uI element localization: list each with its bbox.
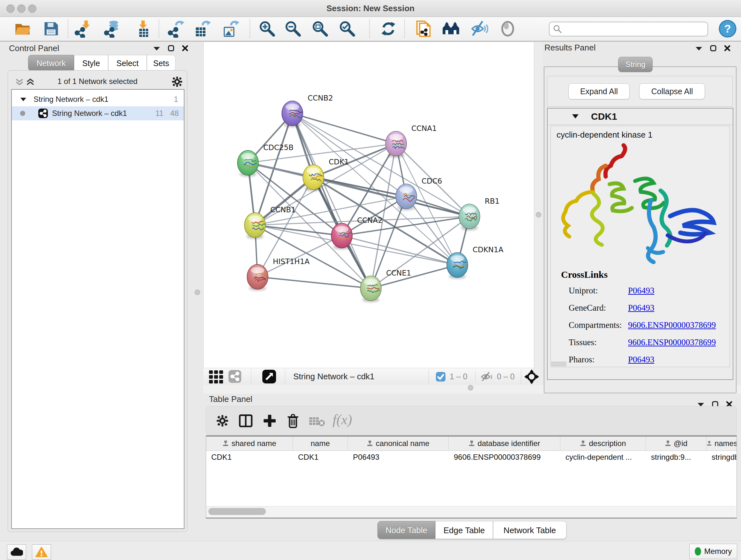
table-column-header[interactable]: @id <box>646 436 706 450</box>
column-header-namespace[interactable]: namespace <box>715 439 737 448</box>
column-header-canonical-name[interactable]: canonical name <box>376 439 429 448</box>
node-CCNB2[interactable] <box>282 101 303 127</box>
panel-menu-icon[interactable] <box>153 46 160 51</box>
cloud-button[interactable] <box>7 544 26 560</box>
table-cell[interactable]: 9606.ENSP00000378699 <box>449 450 560 464</box>
node-CCNA1[interactable] <box>386 131 407 158</box>
crosslink-link[interactable]: 9606.ENSP00000378699 <box>628 337 716 348</box>
show-all-icon[interactable] <box>499 20 517 38</box>
panel-close-icon[interactable] <box>724 45 731 52</box>
hidden-eye-icon[interactable] <box>480 371 494 382</box>
gear-icon[interactable] <box>172 76 183 87</box>
delete-icon[interactable] <box>286 414 299 428</box>
import-network-database-icon[interactable] <box>104 20 121 38</box>
panel-float-icon[interactable] <box>710 45 717 52</box>
node-RB1[interactable] <box>459 204 480 231</box>
tab-network[interactable]: Network <box>28 55 74 71</box>
open-session-icon[interactable] <box>14 20 31 38</box>
import-network-icon[interactable] <box>74 20 92 38</box>
memory-button[interactable]: Memory <box>689 544 737 559</box>
table-cell[interactable]: stringdb:9... <box>646 450 706 464</box>
edge-CCNB2-CCNA1[interactable] <box>292 113 396 144</box>
table-cell[interactable]: P06493 <box>348 450 449 464</box>
columns-icon[interactable] <box>239 414 253 428</box>
column-header--id[interactable]: @id <box>674 439 687 448</box>
grid-view-icon[interactable] <box>208 370 225 384</box>
hide-selected-icon[interactable] <box>470 20 488 38</box>
add-icon[interactable] <box>263 414 276 428</box>
expand-all-button[interactable]: Expand All <box>568 83 630 99</box>
delete-table-icon[interactable] <box>309 416 326 427</box>
network-tree-row[interactable]: String Network – cdk1 11 48 <box>12 106 184 120</box>
panel-close-icon[interactable] <box>182 45 189 52</box>
export-image-icon[interactable] <box>221 20 239 38</box>
tree-collapse-icon[interactable] <box>20 97 26 102</box>
table-column-header[interactable]: canonical name <box>348 436 449 450</box>
save-session-icon[interactable] <box>42 20 60 38</box>
table-cell[interactable]: CDK1 <box>206 450 293 464</box>
crosslink-link[interactable]: 9606.ENSP00000378699 <box>628 320 716 330</box>
table-horizontal-scrollbar[interactable] <box>206 506 736 517</box>
table-cell[interactable]: stringdb <box>706 450 737 464</box>
table-column-header[interactable]: description <box>560 436 646 450</box>
tab-network-table[interactable]: Network Table <box>493 521 566 539</box>
tab-edge-table[interactable]: Edge Table <box>435 521 493 539</box>
network-tree-root-row[interactable]: String Network – cdk1 1 <box>12 92 184 106</box>
edge-CCNA2-HIST1H1A[interactable] <box>258 236 342 277</box>
table-row[interactable]: CDK1CDK1P064939606.ENSP00000378699cyclin… <box>206 450 737 464</box>
crosslink-link[interactable]: P06493 <box>628 303 655 313</box>
column-header-database-identifier[interactable]: database identifier <box>477 439 540 448</box>
panel-divider[interactable] <box>534 42 542 394</box>
zoom-selected-icon[interactable] <box>338 20 356 38</box>
fit-target-icon[interactable] <box>524 369 539 384</box>
edge-CCNA2-CDKN1A[interactable] <box>342 236 457 265</box>
node-CCNB1[interactable] <box>245 212 266 239</box>
table-column-header[interactable]: namespace <box>706 436 737 450</box>
table-cell[interactable]: cyclin-dependent ... <box>560 450 646 464</box>
collapse-entry-icon[interactable] <box>572 114 579 119</box>
table-cell[interactable]: CDK1 <box>293 450 348 464</box>
scrollbar-thumb[interactable] <box>208 508 266 515</box>
tab-select[interactable]: Select <box>108 55 147 71</box>
tab-string[interactable]: String <box>618 57 653 72</box>
card-scrollbar[interactable] <box>551 362 566 366</box>
collapse-all-button[interactable]: Collapse All <box>639 83 705 99</box>
tab-sets[interactable]: Sets <box>147 55 176 71</box>
panel-menu-icon[interactable] <box>695 46 703 51</box>
refresh-icon[interactable] <box>380 20 397 38</box>
tab-style[interactable]: Style <box>74 55 108 71</box>
column-header-description[interactable]: description <box>589 439 626 448</box>
panel-divider[interactable] <box>191 42 203 534</box>
divider-handle[interactable] <box>195 290 200 295</box>
warning-button[interactable] <box>32 544 51 560</box>
import-table-icon[interactable] <box>133 20 151 38</box>
export-table-icon[interactable] <box>193 20 211 38</box>
gene-card-header[interactable]: CDK1 <box>548 109 733 125</box>
search-input[interactable] <box>564 24 708 34</box>
node-HIST1H1A[interactable] <box>247 264 268 291</box>
splitter-handle[interactable] <box>468 385 473 390</box>
zoom-out-icon[interactable] <box>284 20 302 38</box>
share-document-icon[interactable] <box>415 20 433 38</box>
network-graph[interactable]: CCNB2CCNA1CDC25BCDK1CDC6RB1CCNB1CCNA2CDK… <box>204 42 534 370</box>
edge-CDKN1A-CCNE1[interactable] <box>371 265 457 288</box>
column-header-name[interactable]: name <box>311 439 330 448</box>
open-in-window-icon[interactable] <box>262 369 276 384</box>
crosslink-link[interactable]: P06493 <box>628 355 655 365</box>
zoom-fit-icon[interactable] <box>311 20 329 38</box>
search-box[interactable] <box>549 22 708 37</box>
edge-CDK1-RB1[interactable] <box>313 177 469 216</box>
gear-icon[interactable] <box>216 415 228 427</box>
divider-handle[interactable] <box>536 212 541 217</box>
column-header-shared-name[interactable]: shared name <box>231 439 276 448</box>
network-canvas[interactable]: CCNB2CCNA1CDC25BCDK1CDC6RB1CCNB1CCNA2CDK… <box>203 42 534 370</box>
panel-float-icon[interactable] <box>167 45 175 52</box>
zoom-in-icon[interactable] <box>258 20 276 38</box>
selected-checkbox-icon[interactable] <box>435 372 446 382</box>
table-column-header[interactable]: shared name <box>206 436 293 450</box>
help-icon[interactable]: ? <box>719 20 737 38</box>
table-column-header[interactable]: database identifier <box>449 436 560 450</box>
node-table[interactable]: shared namenamecanonical namedatabase id… <box>206 435 737 518</box>
node-CDC25B[interactable] <box>238 150 259 177</box>
home-icon[interactable] <box>442 20 460 38</box>
